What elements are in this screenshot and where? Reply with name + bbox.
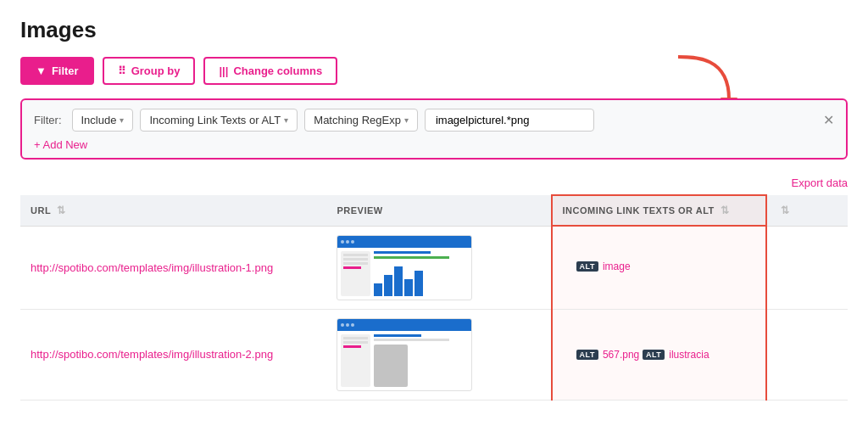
condition-select[interactable]: Matching RegExp ▾ — [304, 109, 418, 132]
filter-icon: ▼ — [36, 64, 47, 77]
cell-url: http://spotibo.com/templates/img/illustr… — [20, 226, 326, 309]
alt-badge: ALT — [576, 350, 598, 360]
preview-image — [337, 318, 472, 391]
col-header-alt[interactable]: Incoming Link Texts or ALT ⇅ — [552, 195, 766, 226]
include-chevron-icon: ▾ — [120, 115, 124, 125]
alt-list: ALT 567.png ALT ilustracia — [563, 345, 755, 364]
alt-badge: ALT — [643, 350, 665, 360]
export-data-link[interactable]: Export data — [792, 176, 849, 189]
list-item: ALT image — [576, 261, 631, 272]
url-sort-icon: ⇅ — [57, 204, 66, 216]
list-item: ALT 567.png — [576, 349, 640, 361]
cell-url: http://spotibo.com/templates/img/illustr… — [20, 309, 326, 400]
filter-row: Filter: Include ▾ Incoming Link Texts or… — [34, 109, 834, 132]
cell-preview — [326, 226, 551, 309]
include-select[interactable]: Include ▾ — [72, 109, 134, 132]
col-header-extra: ⇅ — [766, 195, 848, 226]
table-row: http://spotibo.com/templates/img/illustr… — [20, 226, 848, 309]
extra-sort-icon: ⇅ — [781, 204, 790, 216]
table-header-row: URL ⇅ Preview Incoming Link Texts or ALT… — [20, 195, 848, 226]
filter-value-input[interactable] — [425, 109, 594, 132]
url-link[interactable]: http://spotibo.com/templates/img/illustr… — [31, 261, 273, 274]
filter-bar: Filter: Include ▾ Incoming Link Texts or… — [20, 98, 848, 160]
col-header-url[interactable]: URL ⇅ — [20, 195, 326, 226]
url-link[interactable]: http://spotibo.com/templates/img/illustr… — [31, 348, 273, 361]
list-item: ALT ilustracia — [643, 349, 709, 361]
cell-alt: ALT 567.png ALT ilustracia — [552, 309, 766, 400]
field-select[interactable]: Incoming Link Texts or ALT ▾ — [140, 109, 298, 132]
alt-text: image — [603, 261, 631, 272]
alt-sort-icon: ⇅ — [721, 204, 730, 216]
preview-image — [337, 235, 472, 300]
alt-text: ilustracia — [669, 349, 709, 361]
group-icon: ⠿ — [118, 64, 126, 77]
cell-extra — [766, 226, 848, 309]
filter-label: Filter: — [34, 114, 62, 126]
alt-text: 567.png — [603, 349, 639, 361]
cell-preview — [326, 309, 551, 400]
alt-badge: ALT — [576, 261, 598, 272]
cell-extra — [766, 309, 848, 400]
page-title: Images — [20, 17, 848, 43]
table-row: http://spotibo.com/templates/img/illustr… — [20, 309, 848, 400]
condition-chevron-icon: ▾ — [404, 115, 409, 125]
columns-icon: ||| — [219, 64, 228, 77]
alt-list: ALT image — [563, 259, 755, 276]
group-by-button[interactable]: ⠿ Group by — [103, 57, 196, 85]
field-chevron-icon: ▾ — [284, 115, 288, 125]
change-columns-button[interactable]: ||| Change columns — [203, 57, 337, 85]
filter-button[interactable]: ▼ Filter — [20, 57, 94, 85]
data-table: URL ⇅ Preview Incoming Link Texts or ALT… — [20, 194, 848, 401]
cell-alt: ALT image — [552, 226, 766, 309]
toolbar: ▼ Filter ⠿ Group by ||| Change columns — [20, 57, 848, 85]
filter-close-button[interactable]: ✕ — [823, 114, 834, 127]
col-header-preview[interactable]: Preview — [326, 195, 551, 226]
export-row: Export data — [20, 176, 848, 189]
add-new-filter-button[interactable]: + Add New — [34, 138, 87, 151]
